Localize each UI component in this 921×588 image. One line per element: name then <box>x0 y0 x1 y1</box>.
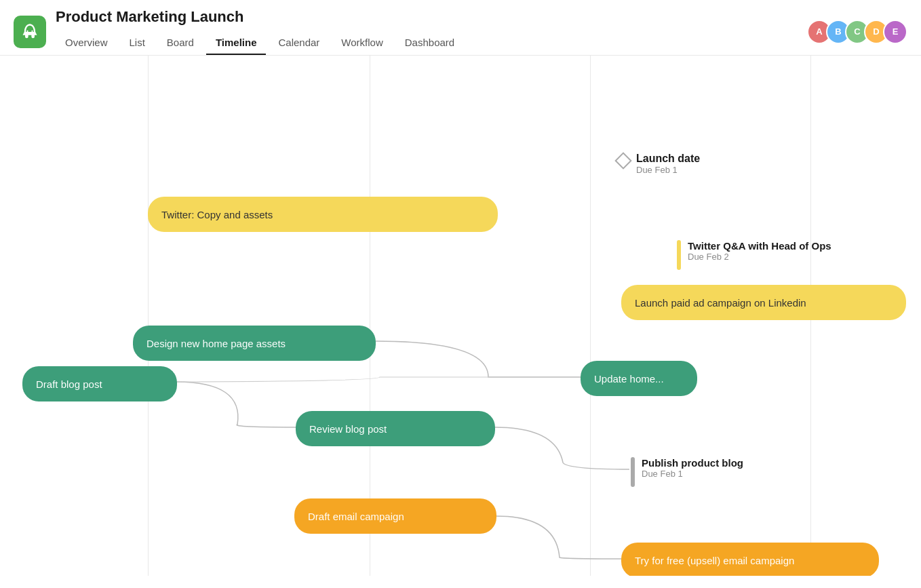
app-icon <box>14 16 46 48</box>
milestone-twitter-text: Twitter Q&A with Head of Ops Due Feb 2 <box>688 240 831 262</box>
milestone-publish-text: Publish product blog Due Feb 1 <box>642 457 743 479</box>
grid-line-1 <box>148 56 149 576</box>
milestone-publish-blog: Publish product blog Due Feb 1 <box>631 457 743 487</box>
task-design-assets[interactable]: Design new home page assets <box>133 326 376 361</box>
nav-tabs: Overview List Board Timeline Calendar Wo… <box>56 31 464 55</box>
task-draft-blog[interactable]: Draft blog post <box>22 366 177 401</box>
task-review-blog[interactable]: Review blog post <box>296 411 495 446</box>
milestone-bar-indicator <box>677 240 681 270</box>
task-update-home[interactable]: Update home... <box>581 361 697 396</box>
task-upsell-email[interactable]: Try for free (upsell) email campaign <box>621 543 879 576</box>
page-title: Product Marketing Launch <box>56 8 464 26</box>
tab-timeline[interactable]: Timeline <box>206 31 267 55</box>
task-draft-email[interactable]: Draft email campaign <box>294 498 496 534</box>
task-twitter-copy[interactable]: Twitter: Copy and assets <box>148 197 498 232</box>
grid-line-3 <box>590 56 591 576</box>
grid-line-2 <box>370 56 370 576</box>
milestone-launch-date: Launch date Due Feb 1 <box>617 153 700 175</box>
milestone-launch-text: Launch date Due Feb 1 <box>636 153 700 175</box>
header-avatars: A B C D E <box>812 20 907 44</box>
tab-calendar[interactable]: Calendar <box>269 31 329 55</box>
rocket-icon <box>20 22 39 41</box>
tab-list[interactable]: List <box>120 31 155 55</box>
tab-workflow[interactable]: Workflow <box>332 31 392 55</box>
tab-board[interactable]: Board <box>157 31 203 55</box>
tab-dashboard[interactable]: Dashboard <box>395 31 464 55</box>
tab-overview[interactable]: Overview <box>56 31 117 55</box>
task-linkedin-ad[interactable]: Launch paid ad campaign on Linkedin <box>621 285 906 320</box>
avatar-group: A B C D E <box>812 20 907 44</box>
diamond-icon <box>614 152 631 169</box>
milestone-twitter-qa: Twitter Q&A with Head of Ops Due Feb 2 <box>677 240 831 270</box>
timeline-area: Launch date Due Feb 1 Twitter Q&A with H… <box>0 56 921 576</box>
avatar-5: E <box>883 20 907 44</box>
header: Product Marketing Launch Overview List B… <box>0 0 921 56</box>
publish-bar-indicator <box>631 457 635 487</box>
